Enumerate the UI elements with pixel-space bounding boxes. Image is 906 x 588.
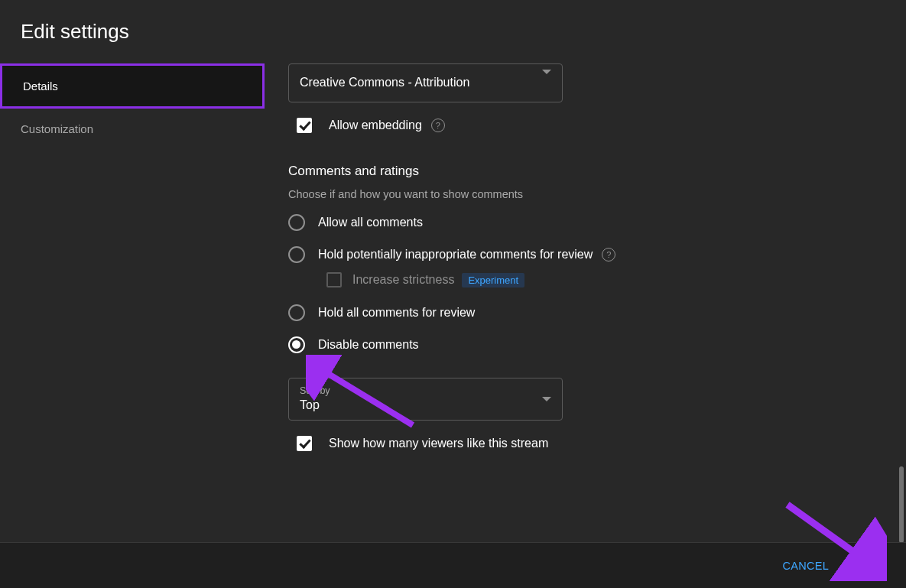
- sort-by-dropdown[interactable]: Sort by Top: [288, 378, 563, 421]
- sidebar-item-customization[interactable]: Customization: [0, 109, 265, 149]
- help-icon[interactable]: ?: [431, 119, 445, 132]
- experiment-badge: Experiment: [462, 273, 524, 288]
- radio-button[interactable]: [288, 336, 305, 353]
- sidebar-item-details[interactable]: Details: [0, 63, 265, 109]
- radio-label: Hold all comments for review: [318, 306, 475, 320]
- radio-button[interactable]: [288, 304, 305, 321]
- page-title: Edit settings: [21, 20, 885, 44]
- radio-allow-all[interactable]: Allow all comments: [288, 214, 875, 231]
- dialog-footer: CANCEL SAVE: [0, 542, 906, 588]
- radio-label: Disable comments: [318, 338, 419, 352]
- comments-section-title: Comments and ratings: [288, 164, 875, 179]
- show-likes-checkbox[interactable]: [297, 436, 312, 451]
- radio-hold-inappropriate[interactable]: Hold potentially inappropriate comments …: [288, 246, 875, 263]
- save-button[interactable]: SAVE: [839, 554, 891, 578]
- allow-embedding-label: Allow embedding: [329, 119, 422, 132]
- scrollbar-thumb[interactable]: [899, 466, 904, 543]
- increase-strictness-row: Increase strictness Experiment: [288, 272, 875, 288]
- increase-strictness-checkbox[interactable]: [326, 272, 342, 288]
- help-icon[interactable]: ?: [602, 248, 615, 262]
- license-value: Creative Commons - Attribution: [300, 71, 551, 94]
- radio-hold-all[interactable]: Hold all comments for review: [288, 304, 875, 321]
- radio-label: Hold potentially inappropriate comments …: [318, 248, 593, 262]
- sidebar-item-label: Details: [23, 80, 58, 93]
- main-panel: Creative Commons - Attribution Allow emb…: [265, 63, 906, 544]
- cancel-button[interactable]: CANCEL: [772, 554, 840, 578]
- sort-by-floating-label: Sort by: [300, 385, 551, 396]
- sidebar-item-label: Customization: [21, 122, 93, 135]
- radio-disable[interactable]: Disable comments: [288, 336, 875, 353]
- license-dropdown[interactable]: Creative Commons - Attribution: [288, 63, 563, 102]
- content-wrap: Details Customization Creative Commons -…: [0, 63, 906, 544]
- radio-button[interactable]: [288, 246, 305, 263]
- radio-button[interactable]: [288, 214, 305, 231]
- chevron-down-icon: [542, 70, 551, 74]
- sort-by-value: Top: [300, 398, 551, 412]
- sidebar: Details Customization: [0, 63, 265, 544]
- allow-embedding-checkbox[interactable]: [297, 118, 312, 133]
- chevron-down-icon: [542, 397, 551, 401]
- comments-section-subtitle: Choose if and how you want to show comme…: [288, 188, 875, 200]
- allow-embedding-row[interactable]: Allow embedding ?: [288, 118, 875, 133]
- increase-strictness-label: Increase strictness: [352, 273, 454, 287]
- show-likes-label: Show how many viewers like this stream: [329, 437, 548, 450]
- show-likes-row[interactable]: Show how many viewers like this stream: [288, 436, 875, 451]
- radio-label: Allow all comments: [318, 216, 423, 229]
- comments-radio-group: Allow all comments Hold potentially inap…: [288, 214, 875, 353]
- dialog-header: Edit settings: [0, 0, 906, 63]
